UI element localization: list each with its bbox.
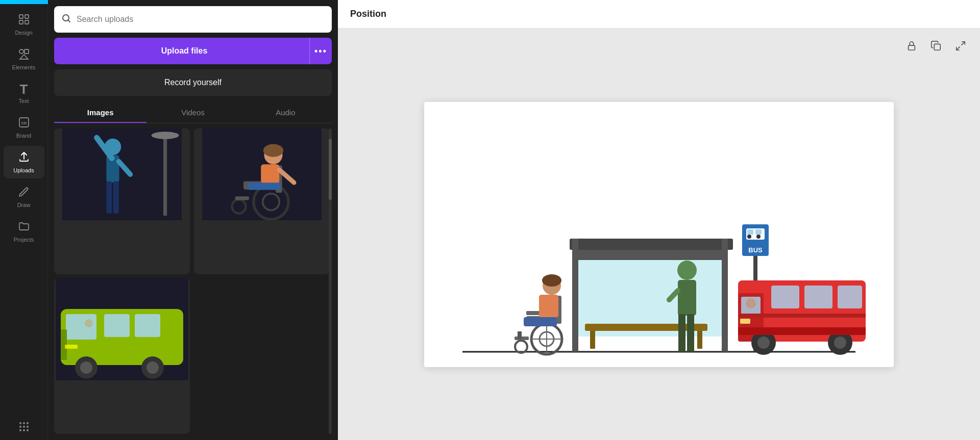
- projects-icon: [18, 220, 30, 235]
- svg-point-35: [263, 144, 284, 157]
- sidebar-item-projects[interactable]: Projects: [4, 215, 44, 248]
- svg-rect-0: [19, 15, 23, 18]
- svg-rect-79: [518, 331, 522, 339]
- svg-rect-52: [909, 45, 915, 50]
- uploads-icon: [18, 151, 30, 165]
- record-yourself-button[interactable]: Record yourself: [54, 69, 332, 96]
- svg-point-100: [834, 337, 846, 349]
- svg-rect-23: [106, 182, 112, 214]
- svg-point-46: [80, 361, 92, 374]
- svg-rect-62: [697, 331, 702, 349]
- expand-icon[interactable]: [951, 37, 970, 55]
- svg-rect-103: [738, 327, 866, 335]
- images-grid: [54, 128, 332, 434]
- canvas-header: Position: [338, 0, 980, 29]
- sidebar-item-elements[interactable]: Elements: [4, 43, 44, 75]
- brand-icon: co: [18, 116, 30, 131]
- sidebar-item-uploads-label: Uploads: [13, 167, 34, 173]
- scrollbar-thumb[interactable]: [329, 139, 332, 200]
- svg-point-11: [27, 422, 29, 424]
- presentation-slide[interactable]: BUS: [424, 102, 894, 367]
- copy-icon[interactable]: [927, 37, 945, 55]
- canvas-content[interactable]: BUS: [338, 29, 980, 440]
- tab-images[interactable]: Images: [54, 103, 146, 123]
- svg-rect-39: [235, 196, 249, 200]
- image-card-3[interactable]: [54, 278, 190, 434]
- svg-rect-87: [678, 314, 685, 352]
- svg-point-16: [23, 429, 25, 431]
- svg-point-48: [146, 361, 159, 374]
- sidebar-nav: Design Elements T Text co Brand: [0, 4, 48, 440]
- svg-rect-102: [740, 319, 750, 324]
- upload-more-options[interactable]: •••: [309, 38, 332, 64]
- sidebar-item-draw-label: Draw: [17, 202, 31, 208]
- svg-point-68: [747, 235, 751, 239]
- svg-rect-66: [747, 229, 753, 235]
- scrollbar-track: [329, 128, 332, 434]
- svg-rect-50: [65, 345, 78, 349]
- sidebar-item-apps[interactable]: [4, 416, 44, 440]
- sidebar-item-design[interactable]: Design: [4, 8, 44, 41]
- svg-point-69: [756, 235, 761, 239]
- svg-rect-83: [539, 295, 558, 318]
- tab-videos[interactable]: Videos: [146, 103, 239, 123]
- svg-rect-36: [261, 164, 279, 184]
- bus-stop-scene: BUS: [437, 143, 881, 367]
- sidebar-item-projects-label: Projects: [14, 237, 34, 243]
- canvas-tools: [902, 37, 970, 55]
- svg-rect-3: [25, 20, 29, 24]
- tab-audio[interactable]: Audio: [239, 103, 332, 123]
- sidebar-item-draw[interactable]: Draw: [4, 180, 44, 213]
- svg-rect-86: [678, 280, 696, 316]
- image-card-1[interactable]: [54, 128, 190, 274]
- svg-point-85: [677, 261, 697, 280]
- search-input[interactable]: [77, 15, 325, 24]
- uploads-panel: Upload files ••• Record yourself Images …: [48, 0, 338, 440]
- design-icon: [18, 13, 30, 28]
- svg-rect-43: [104, 314, 130, 337]
- record-yourself-label: Record yourself: [164, 78, 222, 87]
- svg-point-14: [27, 426, 29, 428]
- svg-point-9: [19, 422, 21, 424]
- svg-rect-24: [113, 182, 119, 214]
- sidebar-item-brand[interactable]: co Brand: [4, 111, 44, 144]
- svg-point-17: [27, 429, 29, 431]
- svg-rect-42: [66, 314, 96, 340]
- svg-point-82: [542, 274, 561, 287]
- draw-icon: [18, 186, 30, 200]
- svg-rect-53: [934, 44, 940, 50]
- svg-point-4: [19, 49, 23, 54]
- image-card-2[interactable]: [194, 128, 330, 274]
- uploads-tabs: Images Videos Audio: [54, 103, 332, 123]
- svg-rect-84: [524, 317, 557, 326]
- upload-files-label: Upload files: [54, 46, 309, 56]
- svg-rect-44: [135, 314, 160, 337]
- upload-files-button[interactable]: Upload files •••: [54, 38, 332, 64]
- svg-rect-88: [687, 314, 694, 352]
- svg-rect-5: [24, 49, 29, 54]
- svg-rect-1: [25, 15, 29, 18]
- svg-rect-59: [722, 239, 728, 352]
- svg-point-18: [63, 15, 69, 21]
- svg-point-75: [515, 341, 527, 353]
- svg-point-15: [19, 429, 21, 431]
- search-bar[interactable]: [54, 6, 332, 33]
- svg-point-98: [757, 337, 770, 349]
- svg-rect-37: [248, 183, 280, 190]
- svg-rect-56: [570, 239, 733, 250]
- svg-rect-61: [590, 331, 595, 349]
- sidebar-item-uploads[interactable]: Uploads: [4, 146, 44, 178]
- sidebar-item-text[interactable]: T Text: [4, 77, 44, 109]
- svg-point-93: [746, 298, 756, 308]
- sidebar-item-elements-label: Elements: [12, 64, 36, 70]
- svg-rect-96: [838, 286, 862, 308]
- svg-point-10: [23, 422, 25, 424]
- svg-text:co: co: [21, 120, 27, 125]
- lock-icon[interactable]: [902, 37, 921, 55]
- svg-point-12: [19, 426, 21, 428]
- sidebar-item-text-label: Text: [18, 98, 29, 104]
- svg-point-51: [85, 319, 93, 327]
- svg-rect-101: [738, 314, 866, 318]
- sidebar-item-design-label: Design: [15, 30, 32, 36]
- svg-point-13: [23, 426, 25, 428]
